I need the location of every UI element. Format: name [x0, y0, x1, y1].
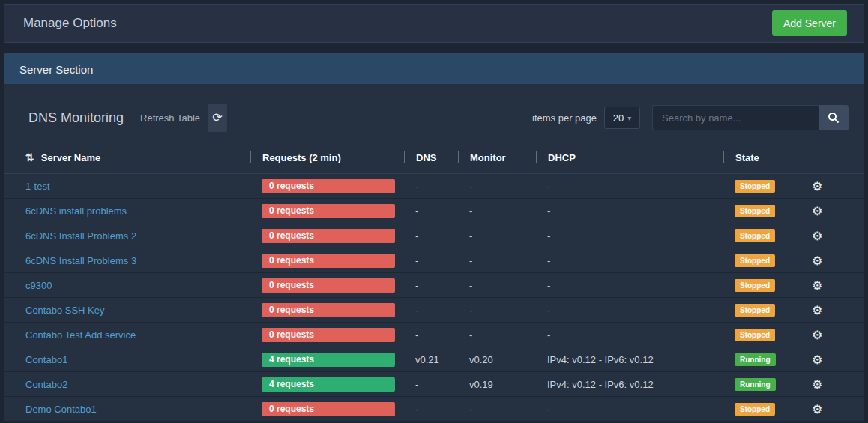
server-name-cell: Demo Contabo1	[25, 404, 250, 415]
state-cell: Stopped	[723, 279, 807, 292]
state-cell: Running	[723, 353, 807, 366]
server-name-link[interactable]: Contabo SSH Key	[25, 304, 105, 316]
table-toolbar: DNS Monitoring Refresh Table ⟳ items per…	[4, 104, 864, 132]
col-header-server-name[interactable]: ⇅ Server Name	[25, 152, 250, 164]
gear-icon[interactable]: ⚙	[812, 328, 822, 341]
table-body: 1-test0 requests---Stopped⚙6cDNS install…	[4, 174, 864, 422]
state-cell: Stopped	[723, 254, 807, 267]
col-header-state: State	[723, 152, 807, 164]
server-name-cell: Contabo2	[25, 379, 250, 390]
gear-icon[interactable]: ⚙	[812, 403, 822, 416]
state-badge: Stopped	[735, 279, 775, 292]
server-name-cell: Contabo SSH Key	[25, 304, 250, 316]
table-row: 6cDNS Install Problems 30 requests---Sto…	[4, 248, 864, 273]
state-badge: Stopped	[735, 254, 775, 267]
items-per-page-select[interactable]: 20 ▾	[604, 106, 640, 129]
server-name-cell: 6cDNS install problems	[25, 206, 250, 217]
gear-icon[interactable]: ⚙	[812, 205, 822, 218]
add-server-button[interactable]: Add Server	[772, 10, 847, 36]
dhcp-value: -	[536, 206, 723, 217]
requests-badge: 0 requests	[262, 402, 395, 416]
requests-cell: 0 requests	[250, 278, 404, 292]
actions-cell: ⚙	[807, 303, 852, 317]
dns-value: -	[404, 230, 458, 242]
gear-icon[interactable]: ⚙	[812, 230, 822, 242]
gear-icon[interactable]: ⚙	[812, 304, 822, 316]
monitor-value: v0.19	[458, 379, 536, 390]
table-row: 6cDNS install problems0 requests---Stopp…	[4, 199, 864, 224]
monitor-value: -	[458, 255, 536, 266]
server-name-link[interactable]: 6cDNS install problems	[25, 206, 127, 217]
server-name-link[interactable]: Contabo2	[25, 379, 67, 390]
monitor-value: -	[458, 329, 536, 340]
servers-table: ⇅ Server Name Requests (2 min) DNS Monit…	[4, 152, 864, 422]
refresh-table-label: Refresh Table	[140, 112, 200, 124]
search-input[interactable]	[652, 105, 819, 130]
requests-cell: 0 requests	[250, 402, 404, 416]
actions-cell: ⚙	[807, 352, 852, 367]
table-row: 6cDNS Install Problems 20 requests---Sto…	[4, 224, 864, 248]
gear-icon[interactable]: ⚙	[812, 279, 822, 292]
server-name-link[interactable]: Demo Contabo1	[25, 404, 97, 415]
server-name-link[interactable]: 6cDNS Install Problems 3	[25, 255, 136, 266]
refresh-button[interactable]: ⟳	[208, 104, 227, 132]
server-name-link[interactable]: c9300	[25, 280, 52, 291]
refresh-icon: ⟳	[212, 111, 222, 124]
server-section-panel: Server Section DNS Monitoring Refresh Ta…	[4, 53, 864, 422]
dns-value: -	[404, 206, 458, 217]
state-cell: Stopped	[723, 205, 807, 218]
gear-icon[interactable]: ⚙	[812, 254, 822, 267]
server-name-link[interactable]: Contabo1	[25, 354, 67, 365]
chevron-down-icon: ▾	[627, 114, 631, 122]
requests-badge: 0 requests	[262, 254, 395, 268]
state-cell: Stopped	[723, 304, 807, 316]
dns-value: -	[404, 329, 458, 340]
server-name-cell: Contabo Test Add service	[25, 329, 250, 340]
gear-icon[interactable]: ⚙	[812, 378, 822, 391]
requests-badge: 0 requests	[262, 204, 395, 218]
page-title: Manage Options	[23, 16, 117, 31]
requests-cell: 0 requests	[250, 229, 404, 243]
dhcp-value: -	[536, 181, 723, 192]
state-cell: Stopped	[723, 230, 807, 242]
requests-cell: 0 requests	[250, 328, 404, 342]
search-button[interactable]	[819, 105, 849, 130]
table-row: Demo Contabo10 requests---Stopped⚙	[4, 397, 864, 422]
gear-icon[interactable]: ⚙	[812, 180, 822, 193]
dhcp-value: -	[536, 404, 723, 415]
requests-badge: 4 requests	[262, 352, 395, 367]
col-header-requests: Requests (2 min)	[250, 152, 404, 164]
sort-icon[interactable]: ⇅	[25, 152, 34, 164]
monitor-value: -	[458, 181, 536, 192]
requests-badge: 0 requests	[262, 328, 395, 342]
state-badge: Stopped	[735, 205, 775, 218]
server-name-link[interactable]: Contabo Test Add service	[25, 329, 136, 340]
dhcp-value: IPv4: v0.12 - IPv6: v0.12	[536, 354, 723, 365]
items-per-page-value: 20	[613, 112, 624, 124]
state-badge: Stopped	[735, 180, 775, 193]
table-row: Contabo SSH Key0 requests---Stopped⚙	[4, 298, 864, 322]
col-header-dhcp: DHCP	[536, 152, 723, 164]
gear-icon[interactable]: ⚙	[812, 353, 822, 366]
actions-cell: ⚙	[807, 402, 852, 416]
actions-cell: ⚙	[807, 278, 852, 292]
monitor-value: -	[458, 280, 536, 291]
server-name-cell: Contabo1	[25, 354, 250, 365]
requests-badge: 0 requests	[262, 278, 395, 292]
dhcp-value: -	[536, 329, 723, 340]
server-name-cell: 1-test	[25, 181, 250, 192]
server-name-link[interactable]: 1-test	[25, 181, 50, 192]
col-header-monitor: Monitor	[458, 152, 536, 164]
topbar: Manage Options Add Server	[4, 4, 864, 43]
dns-value: -	[404, 304, 458, 316]
state-cell: Stopped	[723, 328, 807, 341]
table-row: Contabo14 requestsv0.21v0.20IPv4: v0.12 …	[4, 347, 864, 372]
server-name-link[interactable]: 6cDNS Install Problems 2	[25, 230, 136, 242]
panel-header: Server Section	[4, 54, 864, 84]
dns-value: -	[404, 379, 458, 390]
dns-value: -	[404, 255, 458, 266]
actions-cell: ⚙	[807, 328, 852, 342]
state-badge: Running	[735, 378, 776, 391]
monitor-value: -	[458, 206, 536, 217]
dns-value: -	[404, 280, 458, 291]
